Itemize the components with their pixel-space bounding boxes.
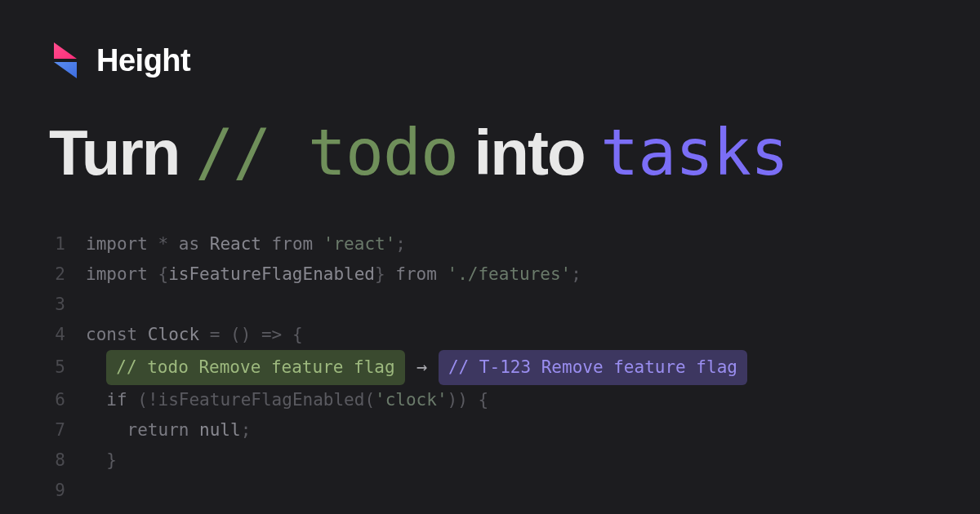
line-number: 8 [49, 445, 86, 476]
page-container: Height Turn // todo into tasks 1 import … [0, 0, 980, 506]
line-number: 9 [49, 476, 86, 506]
headline-turn: Turn [49, 117, 180, 188]
headline-into: into [474, 117, 585, 188]
code-content: const Clock = () => { [86, 320, 303, 350]
line-number: 3 [49, 290, 86, 320]
headline-todo: // todo [195, 116, 458, 189]
task-pill: // T-123 Remove feature flag [439, 350, 747, 385]
code-line-9: 9 [49, 476, 931, 506]
line-number: 2 [49, 259, 86, 290]
code-line-2: 2 import {isFeatureFlagEnabled} from './… [49, 259, 931, 290]
brand-header: Height [49, 41, 931, 80]
code-content: import * as React from 'react'; [86, 229, 406, 259]
arrow-icon: → [405, 352, 439, 383]
code-block: 1 import * as React from 'react'; 2 impo… [49, 229, 931, 506]
todo-pill: // todo Remove feature flag [106, 350, 404, 385]
code-line-7: 7 return null; [49, 415, 931, 445]
headline: Turn // todo into tasks [49, 121, 931, 184]
line-number: 7 [49, 415, 86, 445]
code-line-1: 1 import * as React from 'react'; [49, 229, 931, 259]
code-line-3: 3 [49, 290, 931, 320]
code-line-4: 4 const Clock = () => { [49, 320, 931, 350]
brand-name: Height [96, 43, 190, 78]
code-content: import {isFeatureFlagEnabled} from './fe… [86, 259, 581, 290]
line-number: 5 [49, 352, 86, 383]
code-content: // todo Remove feature flag→// T-123 Rem… [86, 350, 747, 385]
code-line-6: 6 if (!isFeatureFlagEnabled('clock')) { [49, 385, 931, 415]
headline-tasks: tasks [600, 116, 788, 189]
code-content: return null; [86, 415, 251, 445]
code-content: } [86, 445, 117, 476]
code-content: if (!isFeatureFlagEnabled('clock')) { [86, 385, 488, 415]
line-number: 4 [49, 320, 86, 350]
height-logo-icon [49, 41, 82, 80]
code-line-5: 5 // todo Remove feature flag→// T-123 R… [49, 350, 931, 385]
line-number: 1 [49, 229, 86, 259]
line-number: 6 [49, 385, 86, 415]
code-line-8: 8 } [49, 445, 931, 476]
